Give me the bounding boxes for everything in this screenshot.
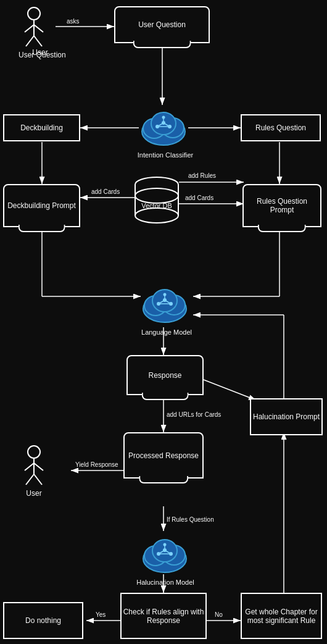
svg-point-72 <box>28 446 40 458</box>
intention-classifier-label: Intention Classifier <box>131 151 199 159</box>
halucination-prompt-node: Halucination Prompt <box>250 398 323 435</box>
svg-text:Yes: Yes <box>96 611 106 618</box>
svg-line-77 <box>34 474 42 485</box>
svg-line-39 <box>26 36 34 46</box>
svg-line-37 <box>25 25 34 32</box>
halucination-model-node <box>140 528 189 577</box>
svg-text:add URLs for Cards: add URLs for Cards <box>167 411 221 418</box>
language-model-node <box>140 278 189 327</box>
language-model-label: Language Model <box>133 328 200 336</box>
rules-question-node: Rules Question <box>241 114 321 141</box>
svg-text:add Cards: add Cards <box>91 188 120 195</box>
response-node: Response <box>126 355 204 395</box>
user-label-bottom: User <box>19 489 49 498</box>
rules-question-prompt-node: Rules Question Prompt <box>242 184 321 227</box>
do-nothing-node: Do nothing <box>3 602 83 639</box>
svg-point-52 <box>162 116 165 119</box>
svg-text:add Cards: add Cards <box>185 194 213 201</box>
svg-text:Vector DB: Vector DB <box>141 202 172 209</box>
svg-point-57 <box>135 208 178 223</box>
svg-point-71 <box>164 293 167 296</box>
svg-point-35 <box>28 7 40 20</box>
svg-text:If Rules Question: If Rules Question <box>167 516 214 523</box>
svg-line-38 <box>34 25 43 32</box>
svg-text:No: No <box>215 611 223 618</box>
deckbuilding-prompt-node: Deckbuilding Prompt <box>3 184 80 227</box>
get-chapter-node: Get whole Chapter for most significant R… <box>241 593 322 639</box>
svg-line-40 <box>34 36 42 46</box>
user-figure-bottom: User <box>19 445 49 498</box>
svg-text:asks: asks <box>67 18 80 25</box>
svg-text:add Rules: add Rules <box>188 172 216 179</box>
svg-line-22 <box>204 380 256 400</box>
intention-classifier-node <box>139 101 188 150</box>
user-text-top: User <box>25 48 56 57</box>
vector-db-node: Vector DB <box>133 176 181 228</box>
svg-line-75 <box>34 463 43 470</box>
check-rules-node: Check if Rules align with Response <box>120 593 207 639</box>
svg-point-89 <box>164 543 167 546</box>
user-question-node: User Question <box>114 6 210 43</box>
svg-point-58 <box>135 188 178 203</box>
svg-line-76 <box>26 474 34 485</box>
svg-text:Yield Response: Yield Response <box>75 461 118 468</box>
svg-line-74 <box>25 463 34 470</box>
halucination-model-label: Halucination Model <box>131 579 199 586</box>
processed-response-node: Processed Response <box>123 432 204 479</box>
deckbuilding-node: Deckbuilding <box>3 114 80 141</box>
